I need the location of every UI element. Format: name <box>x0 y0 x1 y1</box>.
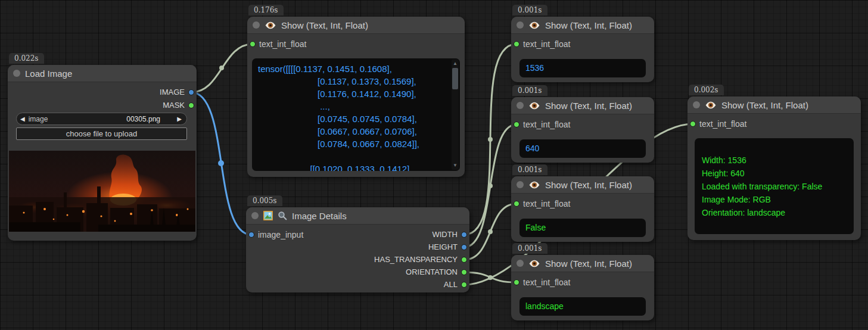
output-port-has-transparency[interactable] <box>461 257 467 263</box>
value-text: False <box>519 219 646 237</box>
input-port-image-input[interactable] <box>248 232 254 238</box>
output-label: HAS_TRANSPARENCY <box>374 256 458 264</box>
output-port-image[interactable] <box>188 89 194 95</box>
input-port-text-int-float[interactable] <box>514 122 519 127</box>
node-title: Show (Text, Int, Float) <box>545 259 632 269</box>
value-box[interactable]: landscape <box>519 297 646 316</box>
collapse-dot[interactable] <box>517 260 524 267</box>
node-graph-canvas[interactable]: 0.022s Load Image IMAGE MASK ◀ image 003… <box>0 0 868 330</box>
eye-icon <box>528 101 540 110</box>
scroll-down-icon[interactable]: ▼ <box>452 163 459 169</box>
input-label: text_int_float <box>699 120 746 128</box>
input-label: text_int_float <box>523 200 570 208</box>
input-label: image_input <box>258 231 303 239</box>
node-title: Show (Text, Int, Float) <box>281 20 368 30</box>
node-titlebar[interactable]: Show (Text, Int, Float) <box>687 96 861 114</box>
execution-time-badge: 0.001s <box>512 5 547 15</box>
details-text-area[interactable]: Width: 1536 Height: 640 Loaded with tran… <box>695 138 854 234</box>
node-titlebar[interactable]: Show (Text, Int, Float) <box>511 17 654 34</box>
output-port-orientation[interactable] <box>461 269 467 275</box>
eye-icon <box>528 21 540 30</box>
input-port-text-int-float[interactable] <box>690 121 696 127</box>
input-label: text_int_float <box>523 278 570 287</box>
node-titlebar[interactable]: Show (Text, Int, Float) <box>511 255 654 272</box>
magnifier-icon <box>278 211 287 220</box>
collapse-dot[interactable] <box>13 70 20 77</box>
details-text: Width: 1536 Height: 640 Loaded with tran… <box>695 138 854 219</box>
output-port-width[interactable] <box>461 232 467 238</box>
eye-icon <box>265 21 276 30</box>
value-text: landscape <box>519 297 646 316</box>
tensor-text: tensor([[[[0.1137, 0.1451, 0.1608], [0.1… <box>252 58 460 171</box>
value-box[interactable]: 1536 <box>519 59 646 77</box>
node-titlebar[interactable]: Show (Text, Int, Float) <box>511 97 654 114</box>
node-title: Show (Text, Int, Float) <box>545 180 632 190</box>
node-title: Show (Text, Int, Float) <box>545 20 632 30</box>
wire-dot <box>488 229 493 234</box>
output-label: ALL <box>444 281 458 289</box>
collapse-dot[interactable] <box>693 101 700 108</box>
node-show-width[interactable]: 0.001s Show (Text, Int, Float) text_int_… <box>511 17 654 82</box>
wire-dot <box>218 160 224 166</box>
combo-next-icon[interactable]: ▶ <box>173 116 185 122</box>
value-text: 1536 <box>519 59 646 77</box>
input-label: text_int_float <box>523 120 570 129</box>
output-label: ORIENTATION <box>406 268 458 276</box>
node-title: Load Image <box>25 69 72 79</box>
collapse-dot[interactable] <box>517 181 524 188</box>
combo-label: image <box>29 115 48 123</box>
node-show-all[interactable]: 0.002s Show (Text, Int, Float) text_int_… <box>687 96 861 240</box>
node-image-details[interactable]: 0.005s Image Details image_input WIDTH H… <box>246 207 469 292</box>
value-text: 640 <box>519 139 646 158</box>
execution-time-badge: 0.002s <box>689 85 724 95</box>
output-label: IMAGE <box>160 88 185 96</box>
node-titlebar[interactable]: Load Image <box>8 65 197 82</box>
node-titlebar[interactable]: Show (Text, Int, Float) <box>511 176 654 194</box>
execution-time-badge: 0.176s <box>248 5 284 15</box>
execution-time-badge: 0.001s <box>512 85 547 96</box>
node-title: Image Details <box>292 211 347 221</box>
image-preview-burning-city <box>9 151 195 232</box>
input-port-text-int-float[interactable] <box>514 41 519 47</box>
collapse-dot[interactable] <box>251 212 259 219</box>
node-titlebar[interactable]: Show (Text, Int, Float) <box>247 17 465 34</box>
scroll-up-icon[interactable]: ▲ <box>452 61 459 67</box>
node-load-image[interactable]: 0.022s Load Image IMAGE MASK ◀ image 003… <box>8 65 197 241</box>
input-port-text-int-float[interactable] <box>250 41 256 47</box>
eye-icon <box>705 101 717 110</box>
combo-prev-icon[interactable]: ◀ <box>17 116 29 122</box>
node-title: Show (Text, Int, Float) <box>721 100 808 110</box>
execution-time-badge: 0.001s <box>512 243 547 254</box>
value-box[interactable]: 640 <box>519 139 646 158</box>
node-show-tensor[interactable]: 0.176s Show (Text, Int, Float) text_int_… <box>247 17 465 177</box>
choose-file-button[interactable]: choose file to upload <box>16 127 187 140</box>
scrollbar[interactable]: ▲ ▼ <box>452 60 459 170</box>
output-label: WIDTH <box>432 231 458 239</box>
node-show-transparency[interactable]: 0.001s Show (Text, Int, Float) text_int_… <box>511 176 654 242</box>
node-titlebar[interactable]: Image Details <box>246 207 469 225</box>
output-port-all[interactable] <box>461 282 467 288</box>
node-show-orientation[interactable]: 0.001s Show (Text, Int, Float) text_int_… <box>511 255 654 320</box>
output-port-height[interactable] <box>461 244 467 250</box>
input-port-text-int-float[interactable] <box>514 201 519 207</box>
execution-time-badge: 0.022s <box>9 53 44 64</box>
tensor-text-area[interactable]: tensor([[[[0.1137, 0.1451, 0.1608], [0.1… <box>252 58 460 171</box>
input-port-text-int-float[interactable] <box>514 279 519 285</box>
eye-icon <box>528 259 540 268</box>
value-box[interactable]: False <box>519 219 646 237</box>
scrollbar-thumb[interactable] <box>452 68 458 89</box>
image-file-combo[interactable]: ◀ image 00305.png ▶ <box>16 113 187 125</box>
collapse-dot[interactable] <box>253 21 260 29</box>
node-show-height[interactable]: 0.001s Show (Text, Int, Float) text_int_… <box>511 97 654 163</box>
wire-dot <box>488 183 493 188</box>
output-port-mask[interactable] <box>188 102 194 108</box>
input-label: text_int_float <box>523 40 570 48</box>
collapse-dot[interactable] <box>517 21 524 29</box>
execution-time-badge: 0.005s <box>247 195 282 206</box>
input-label: text_int_float <box>259 40 306 48</box>
output-label: HEIGHT <box>428 243 458 251</box>
execution-time-badge: 0.001s <box>512 164 547 175</box>
eye-icon <box>528 180 540 189</box>
collapse-dot[interactable] <box>517 102 524 109</box>
combo-value: 00305.png <box>126 115 160 123</box>
